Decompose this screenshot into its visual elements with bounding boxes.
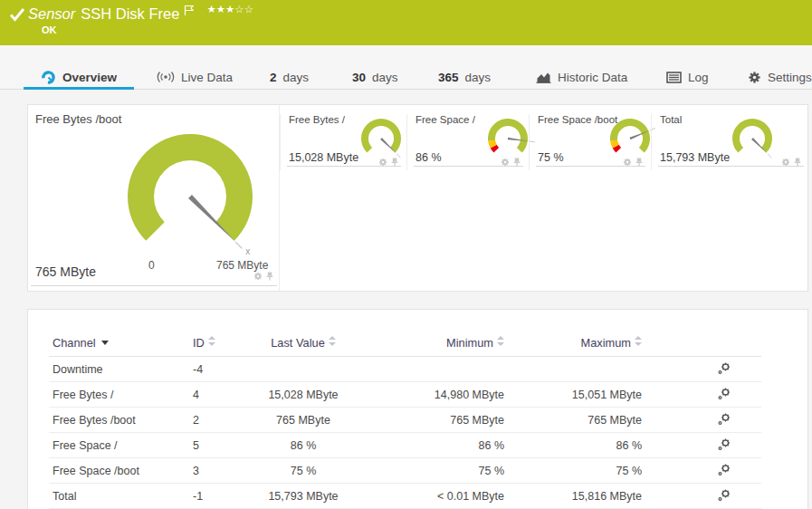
- col-header-id[interactable]: ID: [189, 331, 251, 357]
- divider: [406, 114, 407, 170]
- channel-maximum-cell: 15,051 MByte: [508, 382, 645, 408]
- col-header-maximum[interactable]: Maximum: [508, 331, 645, 357]
- channel-maximum-cell: 86 %: [508, 433, 645, 458]
- tab-30-label: days: [372, 71, 398, 84]
- divider: [529, 114, 530, 170]
- channel-settings-cell: [645, 382, 761, 408]
- pin-icon[interactable]: [635, 158, 643, 167]
- main-gauge-actions: [253, 272, 273, 281]
- channel-settings-icon[interactable]: [717, 388, 731, 401]
- priority-stars[interactable]: ★★★☆☆: [206, 3, 253, 15]
- channel-gauge-title: Free Bytes /: [289, 114, 345, 125]
- channel-row[interactable]: Free Bytes / 4 15,028 MByte 14,980 MByte…: [49, 382, 761, 408]
- tab-365-num: 365: [438, 71, 459, 84]
- pin-icon[interactable]: [513, 158, 521, 167]
- tab-historic-label: Historic Data: [558, 71, 627, 84]
- tab-live-data[interactable]: Live Data: [157, 65, 233, 89]
- main-gauge-title: Free Bytes /boot: [35, 112, 121, 126]
- channel-row[interactable]: Downtime -4: [49, 357, 761, 382]
- channels-table: Channel ID Last Value Minimum Maximum Do…: [49, 331, 761, 509]
- page-title: SensorSSH Disk Free: [28, 5, 179, 23]
- main-gauge-cell: Free Bytes /boot x 0 765 MByte 765 MByte: [28, 105, 280, 291]
- active-tab-underline: [24, 87, 134, 90]
- channel-gauge-cell: Free Bytes / 15,028 MByte: [280, 105, 406, 178]
- pin-icon[interactable]: [391, 158, 398, 167]
- channel-minimum-cell: 14,980 MByte: [352, 382, 508, 408]
- channel-settings-icon[interactable]: [717, 489, 731, 503]
- gear-icon[interactable]: [623, 158, 632, 167]
- channel-gauge-title: Free Space /: [416, 114, 475, 125]
- channel-gauge-cell: Free Space /boot 75 %: [529, 105, 651, 178]
- col-header-channel[interactable]: Channel: [49, 331, 189, 357]
- channel-name-cell[interactable]: Free Bytes /boot: [49, 408, 189, 433]
- tab-log-label: Log: [688, 71, 709, 84]
- divider: [280, 114, 281, 170]
- gear-icon[interactable]: [781, 158, 790, 167]
- pin-icon[interactable]: [266, 272, 273, 281]
- tab-settings[interactable]: Settings: [748, 65, 812, 89]
- ok-check-icon: [9, 7, 25, 22]
- tab-365-days[interactable]: 365days: [438, 65, 491, 89]
- pin-icon[interactable]: [794, 158, 801, 167]
- channel-gauge-value: 75 %: [538, 151, 564, 164]
- tab-2-label: days: [283, 71, 310, 84]
- tab-2-num: 2: [270, 71, 277, 84]
- gear-icon[interactable]: [378, 158, 387, 167]
- log-icon: [666, 72, 682, 83]
- tab-overview[interactable]: Overview: [24, 65, 134, 89]
- channel-settings-icon[interactable]: [717, 413, 731, 427]
- tab-log[interactable]: Log: [666, 65, 709, 89]
- svg-text:x: x: [245, 246, 250, 256]
- col-header-last-value[interactable]: Last Value: [251, 331, 352, 357]
- channel-maximum-cell: 15,816 MByte: [508, 484, 645, 509]
- gear-icon: [748, 71, 761, 84]
- channel-maximum-cell: 765 MByte: [508, 408, 645, 433]
- channel-name-cell[interactable]: Total: [49, 484, 189, 509]
- channel-gauge-actions: [378, 158, 398, 167]
- channel-id-cell: 3: [189, 458, 251, 484]
- flag-icon[interactable]: [184, 5, 195, 16]
- channel-settings-icon[interactable]: [717, 464, 731, 477]
- channel-name-cell[interactable]: Free Space /: [49, 433, 189, 458]
- status-badge: OK: [42, 24, 57, 35]
- channel-row[interactable]: Total -1 15,793 MByte < 0.01 MByte 15,81…: [49, 484, 761, 509]
- channel-name-cell[interactable]: Free Space /boot: [49, 458, 189, 484]
- channel-id-cell: 2: [189, 408, 251, 433]
- channel-id-cell: -1: [189, 484, 251, 509]
- channel-last-value-cell: 15,028 MByte: [251, 382, 352, 408]
- channel-settings-icon[interactable]: [717, 362, 731, 376]
- gear-icon[interactable]: [253, 272, 263, 281]
- channel-gauge-actions: [623, 158, 643, 167]
- sensor-header: SensorSSH Disk Free ★★★☆☆ OK: [0, 0, 812, 45]
- channel-row[interactable]: Free Space /boot 3 75 % 75 % 75 %: [49, 458, 761, 484]
- area-chart-icon: [536, 71, 551, 83]
- tab-30-days[interactable]: 30days: [352, 65, 398, 89]
- sort-both-icon: [635, 336, 642, 346]
- channel-settings-cell: [645, 357, 761, 382]
- channel-last-value-cell: 765 MByte: [251, 408, 352, 433]
- channel-last-value-cell: 75 %: [251, 458, 352, 484]
- channel-row[interactable]: Free Space / 5 86 % 86 % 86 %: [49, 433, 761, 458]
- col-header-actions: [645, 331, 761, 357]
- channel-maximum-cell: [508, 357, 645, 382]
- channel-row[interactable]: Free Bytes /boot 2 765 MByte 765 MByte 7…: [49, 408, 761, 433]
- gear-icon[interactable]: [501, 158, 510, 167]
- channel-gauge-actions: [501, 158, 521, 167]
- table-header-row: Channel ID Last Value Minimum Maximum: [49, 331, 761, 357]
- channel-gauge-cell: Free Space / 86 %: [406, 105, 529, 178]
- tab-2-days[interactable]: 2days: [270, 65, 309, 89]
- stars-filled: ★★★: [206, 3, 234, 15]
- sort-both-icon: [329, 336, 336, 346]
- tab-historic-data[interactable]: Historic Data: [536, 65, 627, 89]
- tab-bar: Overview Live Data 2days 30days 365days …: [0, 45, 812, 90]
- gauges-panel: Free Bytes /boot x 0 765 MByte 765 MByte…: [27, 104, 808, 292]
- channel-minimum-cell: 75 %: [352, 458, 508, 484]
- col-header-minimum[interactable]: Minimum: [352, 331, 508, 357]
- sort-both-icon: [208, 336, 215, 346]
- channel-minimum-cell: [352, 357, 508, 382]
- channel-name-cell[interactable]: Downtime: [49, 357, 189, 382]
- channel-name-cell[interactable]: Free Bytes /: [49, 382, 189, 408]
- channel-settings-icon[interactable]: [717, 438, 731, 452]
- tab-live-data-label: Live Data: [181, 71, 233, 84]
- main-gauge-scale-min: 0: [148, 259, 155, 272]
